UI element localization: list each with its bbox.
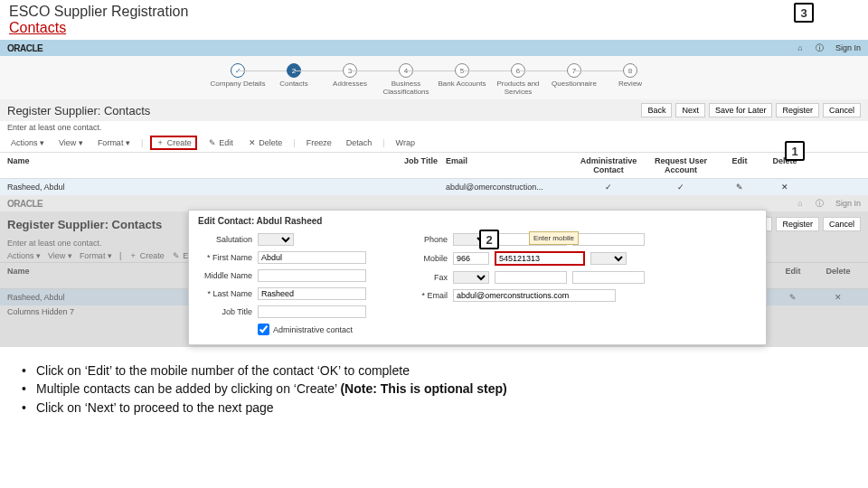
label-admin: Administrative contact [273, 325, 353, 334]
th-edit: Edit [770, 267, 816, 285]
plus-icon [156, 138, 165, 147]
home-icon[interactable] [796, 43, 805, 52]
admin-checkbox[interactable] [258, 324, 269, 335]
edit-button[interactable]: Edit [204, 137, 237, 148]
slide-subtitle: Contacts [9, 20, 859, 36]
th-name: Name [7, 156, 396, 174]
step-1-label: Company Details [210, 80, 266, 88]
email-input[interactable] [453, 289, 616, 302]
wrap-button[interactable]: Wrap [392, 137, 419, 148]
instructions: Click on ‘Edit’ to the mobile number of … [0, 347, 868, 417]
phone-number-input[interactable] [572, 233, 645, 246]
edit-row-icon [788, 293, 797, 302]
modal-title: Edit Contact: Abdul Rasheed [198, 216, 757, 226]
step-8-circle: 8 [623, 63, 637, 78]
create-button: Create [128, 251, 165, 260]
th-edit: Edit [717, 156, 762, 174]
label-mobile: Mobile [393, 254, 448, 263]
home-icon [796, 199, 805, 208]
step-3-label: Addresses [322, 80, 378, 88]
label-job: Job Title [198, 307, 252, 316]
th-admin: Administrative Contact [572, 156, 645, 174]
delete-row-icon[interactable] [780, 183, 789, 192]
freeze-button[interactable]: Freeze [303, 137, 335, 148]
bullet-3: Click on ‘Next’ to proceed to the next p… [22, 399, 850, 417]
th-req: Request User Account [645, 156, 717, 174]
edit-contact-modal: Edit Contact: Abdul Rasheed Salutation F… [188, 210, 767, 345]
save-button[interactable]: Save for Later [709, 103, 773, 117]
delete-row-icon [834, 293, 843, 302]
signin-link: Sign In [835, 199, 861, 208]
table-row[interactable]: Rasheed, Abdul abdul@omerconstruction... [0, 179, 868, 195]
back-button[interactable]: Back [641, 103, 672, 117]
step-8-label: Review [602, 80, 658, 88]
th-del: Delete [816, 267, 861, 285]
step-2-label: Contacts [266, 80, 322, 88]
register-button: Register [776, 217, 819, 231]
job-title-input[interactable] [258, 305, 366, 318]
step-5-label: Bank Accounts [434, 80, 490, 88]
mobile-tooltip: Enter mobile [529, 231, 579, 245]
hint-text: Enter at least one contact. [0, 121, 868, 134]
label-middle: Middle Name [198, 271, 252, 280]
mobile-ext-select[interactable] [590, 252, 627, 265]
page-title: Register Supplier: Contacts [7, 104, 150, 117]
label-phone: Phone [393, 235, 448, 244]
callout-3: 3 [794, 3, 814, 23]
oracle-logo: ORACLE [7, 43, 42, 53]
check-icon [676, 183, 685, 192]
view-menu: View ▾ [48, 251, 72, 260]
callout-1: 1 [785, 141, 805, 161]
oracle-logo: ORACLE [7, 199, 42, 209]
cancel-button[interactable]: Cancel [823, 103, 861, 117]
view-menu[interactable]: View ▾ [55, 137, 87, 148]
detach-button[interactable]: Detach [343, 137, 376, 148]
delete-button[interactable]: Delete [244, 137, 287, 148]
first-name-input[interactable] [258, 251, 366, 264]
toolbar: Actions ▾ View ▾ Format ▾ | Create Edit … [0, 134, 868, 152]
step-7-label: Questionnaire [546, 80, 602, 88]
label-fax: Fax [393, 273, 448, 282]
pencil-icon [208, 138, 217, 147]
next-button[interactable]: Next [675, 103, 705, 117]
step-6-label: Products and Services [490, 80, 546, 96]
cancel-button: Cancel [823, 217, 861, 231]
bullet-2: Multiple contacts can be added by clicki… [22, 380, 850, 398]
fax-number-input[interactable] [572, 271, 645, 284]
info-icon[interactable] [816, 42, 825, 54]
register-button[interactable]: Register [776, 103, 819, 117]
last-name-input[interactable] [258, 287, 366, 300]
step-4-label: Business Classifications [378, 80, 434, 96]
format-menu[interactable]: Format ▾ [94, 137, 134, 148]
actions-menu[interactable]: Actions ▾ [7, 137, 48, 148]
th-email: Email [446, 156, 572, 174]
format-menu: Format ▾ [80, 251, 112, 260]
bullet-1: Click on ‘Edit’ to the mobile number of … [22, 361, 850, 380]
stepper: Company Details 2Contacts 3Addresses 4Bu… [0, 56, 868, 99]
label-last: Last Name [198, 289, 252, 298]
mobile-number-input[interactable] [495, 251, 585, 266]
mobile-cc-input[interactable] [453, 252, 489, 265]
info-icon [816, 198, 825, 210]
check-icon [604, 183, 613, 192]
page-title: Register Supplier: Contacts [7, 218, 162, 231]
label-email: Email [393, 291, 448, 300]
table-header: Name Job Title Email Administrative Cont… [0, 152, 868, 179]
cell-name: Rasheed, Abdul [7, 183, 396, 192]
label-first: First Name [198, 253, 252, 262]
cell-email: abdul@omerconstruction... [446, 183, 572, 192]
oracle-header: ORACLE Sign In [0, 40, 868, 56]
fax-cc-select[interactable] [453, 271, 489, 284]
label-salutation: Salutation [198, 235, 252, 244]
salutation-select[interactable] [258, 233, 294, 246]
signin-link[interactable]: Sign In [835, 43, 861, 52]
middle-name-input[interactable] [258, 269, 366, 282]
actions-menu: Actions ▾ [7, 251, 41, 260]
callout-2: 2 [479, 230, 499, 249]
edit-row-icon[interactable] [735, 183, 744, 192]
th-job: Job Title [396, 156, 446, 174]
fax-area-input[interactable] [495, 271, 567, 284]
x-icon [248, 138, 257, 147]
slide-title: ESCO Supplier Registration [9, 4, 859, 20]
create-button[interactable]: Create [150, 136, 197, 150]
